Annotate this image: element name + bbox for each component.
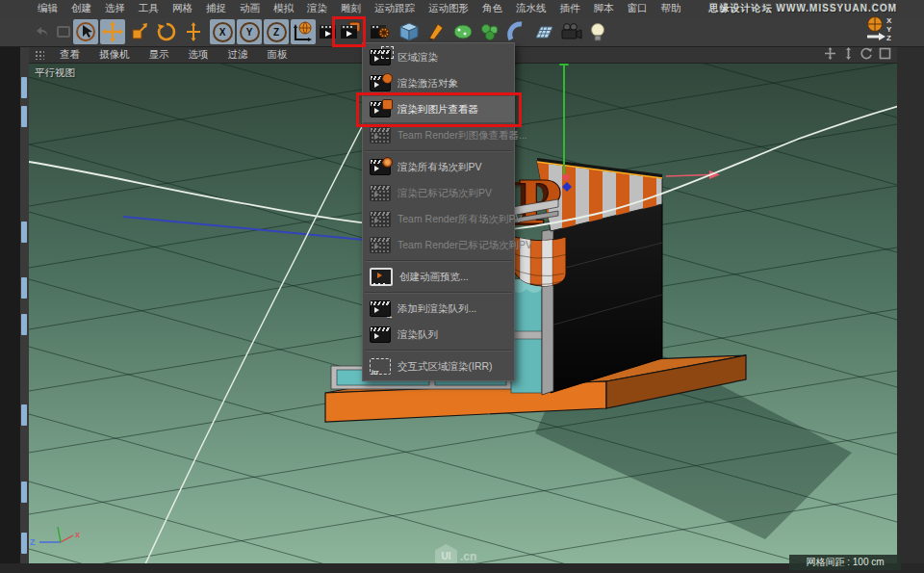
annotation-box-menu-item bbox=[356, 92, 522, 127]
rotate-tool[interactable] bbox=[154, 19, 179, 44]
lock-z-axis-button[interactable]: Z bbox=[264, 19, 289, 44]
menu-separator bbox=[365, 260, 512, 262]
menu-item-interactive-render-region[interactable]: irr交互式区域渲染(IRR) bbox=[363, 353, 514, 379]
region-render-icon bbox=[370, 49, 391, 65]
cloner-button[interactable] bbox=[477, 19, 502, 44]
menubar-item-2[interactable]: 选择 bbox=[98, 2, 132, 15]
lock-x-axis-button[interactable]: X bbox=[210, 19, 235, 44]
world-axis-gizmo: Z x bbox=[30, 527, 80, 547]
viewport-menu-item-0[interactable]: 查看 bbox=[50, 48, 90, 62]
menubar-item-12[interactable]: 角色 bbox=[475, 2, 509, 15]
menu-item-label: 渲染已标记场次到PV bbox=[398, 187, 492, 200]
menubar-item-17[interactable]: 帮助 bbox=[654, 2, 688, 15]
menu-item-label: 渲染激活对象 bbox=[398, 77, 458, 91]
menu-item-label: 渲染所有场次到PV bbox=[398, 161, 482, 174]
menu-item-region-render[interactable]: 区域渲染 bbox=[363, 44, 514, 70]
last-tool[interactable] bbox=[181, 19, 206, 44]
viewport-menu-handle-icon[interactable] bbox=[35, 50, 44, 60]
lock-y-axis-button[interactable]: Y bbox=[237, 19, 262, 44]
add-cube-button[interactable] bbox=[397, 19, 422, 44]
menubar-item-11[interactable]: 运动图形 bbox=[422, 2, 475, 15]
viewport-menu-item-3[interactable]: 选项 bbox=[179, 48, 218, 62]
volume-button[interactable] bbox=[504, 19, 529, 44]
menubar-item-1[interactable]: 创建 bbox=[64, 2, 98, 15]
add-floor-button[interactable] bbox=[531, 19, 556, 44]
right-panel-strip bbox=[897, 0, 924, 573]
left-toolbar-strip bbox=[0, 46, 29, 573]
interactive-render-region-icon: irr bbox=[370, 358, 391, 375]
add-light-button[interactable] bbox=[585, 19, 610, 44]
axis-widget-y: Y bbox=[886, 25, 892, 34]
menu-item-label: 创建动画预览... bbox=[399, 271, 469, 284]
watermark-top-right: 思缘设计论坛 WWW.MISSYUAN.COM bbox=[709, 2, 897, 15]
menubar-item-14[interactable]: 插件 bbox=[553, 2, 587, 15]
axis-arrow-icon bbox=[879, 33, 886, 40]
svg-text:x: x bbox=[75, 530, 80, 539]
menubar-item-10[interactable]: 运动跟踪 bbox=[368, 2, 422, 15]
y-axis-label: Y bbox=[240, 22, 260, 42]
svg-text:Z: Z bbox=[30, 537, 36, 547]
menu-item-label: 渲染队列 bbox=[398, 328, 438, 342]
viewport-rotate-icon[interactable] bbox=[860, 47, 873, 60]
menubar-item-9[interactable]: 雕刻 bbox=[334, 2, 368, 15]
annotation-box-toolbar bbox=[332, 16, 366, 47]
top-menubar-items: 编辑创建选择工具网格捕捉动画模拟渲染雕刻运动跟踪运动图形角色流水线插件脚本窗口帮… bbox=[31, 0, 688, 17]
menubar-item-16[interactable]: 窗口 bbox=[621, 2, 654, 15]
pen-spline-button[interactable] bbox=[424, 19, 449, 44]
x-axis-label: X bbox=[213, 22, 233, 42]
viewport-menu-item-2[interactable]: 显示 bbox=[140, 48, 179, 62]
team-render-all-takes-to-pv-icon bbox=[370, 211, 391, 227]
team-render-to-picture-viewer-icon bbox=[370, 127, 391, 143]
render-settings-button[interactable] bbox=[368, 19, 393, 44]
axis-orientation-widget: X Y Z bbox=[864, 14, 899, 45]
menu-separator bbox=[365, 292, 512, 294]
live-selection-tool[interactable] bbox=[73, 19, 98, 44]
make-animation-preview-icon bbox=[370, 268, 393, 286]
menubar-item-0[interactable]: 编辑 bbox=[31, 2, 64, 15]
axis-handle-dot[interactable] bbox=[563, 174, 570, 181]
render-active-objects-icon bbox=[370, 75, 391, 91]
menu-separator bbox=[365, 150, 512, 152]
menubar-item-4[interactable]: 网格 bbox=[166, 2, 199, 15]
menubar-item-13[interactable]: 流水线 bbox=[509, 2, 553, 15]
menubar-item-8[interactable]: 渲染 bbox=[300, 2, 334, 15]
menubar-item-15[interactable]: 脚本 bbox=[587, 2, 621, 15]
menu-item-label: Team Render所有场次到PV bbox=[398, 213, 523, 226]
menu-separator bbox=[365, 350, 512, 352]
grid-spacing-status: 网格间距 : 100 cm bbox=[789, 555, 901, 570]
menu-item-render-queue[interactable]: 渲染队列 bbox=[363, 322, 514, 348]
axis-widget-z: Z bbox=[886, 34, 891, 42]
add-camera-button[interactable] bbox=[558, 19, 583, 44]
menu-item-make-animation-preview[interactable]: 创建动画预览... bbox=[363, 264, 514, 290]
viewport-menu-item-4[interactable]: 过滤 bbox=[218, 48, 258, 62]
menubar-item-6[interactable]: 动画 bbox=[233, 2, 267, 15]
render-all-takes-to-pv-icon bbox=[370, 159, 391, 175]
menu-item-label: Team Render到图像查看器... bbox=[398, 129, 527, 143]
add-to-render-queue-icon: → bbox=[370, 300, 391, 317]
menu-item-render-marked-takes-to-pv: 渲染已标记场次到PV bbox=[363, 180, 514, 206]
viewport-pan-icon[interactable] bbox=[824, 47, 836, 60]
menu-item-label: 交互式区域渲染(IRR) bbox=[398, 360, 493, 374]
viewport-maximize-icon[interactable] bbox=[879, 47, 891, 60]
viewport-menu-item-1[interactable]: 摄像机 bbox=[90, 48, 140, 62]
render-marked-takes-to-pv-icon bbox=[370, 185, 391, 201]
viewport-zoom-icon[interactable] bbox=[842, 47, 855, 60]
team-render-marked-takes-to-pv-icon bbox=[370, 237, 391, 253]
bottom-strip bbox=[0, 563, 924, 573]
render-queue-icon bbox=[370, 326, 391, 343]
view-label: 平行视图 bbox=[35, 66, 75, 80]
menu-item-label: 添加到渲染队列... bbox=[398, 302, 476, 316]
menubar-item-3[interactable]: 工具 bbox=[132, 2, 166, 15]
menu-item-label: 区域渲染 bbox=[398, 51, 438, 65]
simulate-button[interactable] bbox=[450, 19, 475, 44]
move-tool[interactable] bbox=[100, 19, 125, 44]
axis-widget-x: X bbox=[886, 16, 892, 25]
viewport-menu-item-5[interactable]: 面板 bbox=[258, 48, 297, 62]
menu-item-add-to-render-queue[interactable]: →添加到渲染队列... bbox=[363, 296, 514, 322]
menu-item-render-all-takes-to-pv[interactable]: 渲染所有场次到PV bbox=[363, 154, 514, 180]
z-axis-label: Z bbox=[267, 22, 287, 42]
menubar-item-5[interactable]: 捕捉 bbox=[199, 2, 233, 15]
coordinate-system-button[interactable] bbox=[291, 19, 316, 44]
scale-tool[interactable] bbox=[127, 19, 152, 44]
menubar-item-7[interactable]: 模拟 bbox=[267, 2, 300, 15]
